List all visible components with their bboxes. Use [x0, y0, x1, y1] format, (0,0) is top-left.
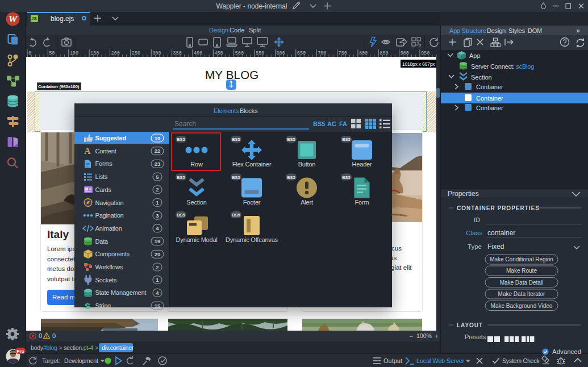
- svg-text:15: 15: [155, 303, 161, 309]
- svg-text:BS5: BS5: [232, 137, 240, 142]
- svg-text:2: 2: [156, 186, 159, 193]
- svg-text:String: String: [95, 302, 111, 309]
- svg-text:BS5: BS5: [287, 175, 295, 180]
- svg-text:Output: Output: [383, 357, 402, 364]
- svg-text:4: 4: [156, 225, 159, 231]
- svg-text:Development: Development: [64, 357, 98, 364]
- svg-text:Form: Form: [355, 199, 369, 206]
- svg-text:Navigation: Navigation: [95, 199, 124, 206]
- svg-text:Section: Section: [186, 199, 206, 206]
- svg-text:Workflows: Workflows: [95, 264, 123, 270]
- svg-text:Button: Button: [298, 161, 316, 168]
- svg-text:0: 0: [39, 332, 42, 339]
- svg-text:Dynamic Offcanvas: Dynamic Offcanvas: [226, 236, 278, 243]
- svg-text:4: 4: [156, 290, 159, 296]
- svg-text:Components: Components: [95, 251, 130, 257]
- svg-text:20: 20: [155, 251, 161, 257]
- svg-text:Dynamic Modal: Dynamic Modal: [176, 236, 217, 243]
- svg-text:Advanced: Advanced: [552, 348, 581, 355]
- svg-text:Make Conditional Region: Make Conditional Region: [490, 256, 553, 262]
- svg-text:−: −: [409, 332, 413, 340]
- svg-text:Content: Content: [95, 148, 116, 155]
- svg-text:Server Connect: scBlog: Server Connect: scBlog: [471, 63, 534, 70]
- svg-text:10: 10: [155, 135, 161, 141]
- svg-text:19: 19: [155, 238, 161, 244]
- svg-text:ID: ID: [474, 216, 481, 223]
- svg-text:LAYOUT: LAYOUT: [457, 322, 483, 328]
- svg-text:Type: Type: [468, 243, 482, 250]
- svg-text:22: 22: [155, 148, 161, 154]
- svg-text:Pagination: Pagination: [95, 212, 124, 219]
- svg-text:1: 1: [156, 277, 159, 283]
- svg-text:Container: Container: [476, 84, 503, 90]
- svg-text:Cards: Cards: [95, 186, 112, 193]
- svg-text:+: +: [435, 332, 439, 340]
- svg-text:0: 0: [52, 332, 56, 339]
- svg-text:System Check: System Check: [502, 357, 540, 364]
- svg-text:BS5: BS5: [177, 175, 185, 180]
- svg-text:Fixed: Fixed: [487, 243, 504, 251]
- svg-text:CONTAINER PROPERTIES: CONTAINER PROPERTIES: [457, 205, 540, 211]
- svg-text:A: A: [84, 146, 91, 156]
- svg-text:Presets: Presets: [465, 333, 486, 340]
- svg-text:23: 23: [155, 161, 161, 167]
- svg-text:BS5: BS5: [177, 212, 185, 218]
- svg-text:0: 0: [28, 51, 31, 56]
- svg-text:5: 5: [156, 174, 159, 180]
- svg-text:1: 1: [156, 199, 159, 206]
- svg-text:BS5: BS5: [232, 212, 240, 218]
- svg-text:container: container: [487, 229, 515, 237]
- svg-text:Sockets: Sockets: [95, 277, 117, 283]
- svg-text:Local Web Server: Local Web Server: [416, 357, 465, 364]
- svg-text:Row: Row: [190, 161, 203, 168]
- svg-text:Animation: Animation: [95, 225, 122, 232]
- svg-text:Data: Data: [95, 238, 109, 245]
- svg-text:100%: 100%: [416, 332, 432, 339]
- svg-text:BS5: BS5: [342, 137, 351, 142]
- svg-text:App: App: [469, 52, 481, 59]
- svg-text:Section: Section: [471, 74, 492, 81]
- svg-text:Suggested: Suggested: [95, 135, 126, 141]
- svg-text:Flex Container: Flex Container: [232, 161, 272, 168]
- svg-text:Lists: Lists: [95, 173, 108, 180]
- svg-text:Make Data Iterator: Make Data Iterator: [498, 291, 545, 297]
- svg-text:!: !: [46, 335, 47, 339]
- svg-text:BS5: BS5: [287, 137, 295, 142]
- svg-text:Make Background Video: Make Background Video: [491, 303, 553, 309]
- svg-text:3: 3: [156, 212, 159, 219]
- svg-text:Header: Header: [352, 161, 372, 168]
- svg-text:BS5: BS5: [232, 175, 240, 180]
- svg-text:Footer: Footer: [243, 199, 261, 206]
- svg-text:BS5: BS5: [342, 175, 351, 180]
- svg-text:Make Data Detail: Make Data Detail: [500, 280, 544, 286]
- svg-text:Pro: Pro: [16, 349, 24, 354]
- svg-text:Class: Class: [466, 230, 482, 236]
- svg-text:Target:: Target:: [42, 357, 60, 364]
- svg-text:2: 2: [156, 264, 159, 270]
- svg-text:Make Route: Make Route: [506, 268, 537, 274]
- svg-text:S: S: [85, 301, 90, 311]
- svg-text:Alert: Alert: [301, 199, 313, 206]
- svg-text:W: W: [9, 14, 18, 24]
- svg-text:BS5: BS5: [177, 137, 185, 142]
- svg-text:Forms: Forms: [95, 160, 113, 167]
- svg-text:State Management: State Management: [95, 289, 147, 296]
- svg-text:Container: Container: [476, 95, 503, 102]
- svg-text:Container: Container: [476, 105, 503, 111]
